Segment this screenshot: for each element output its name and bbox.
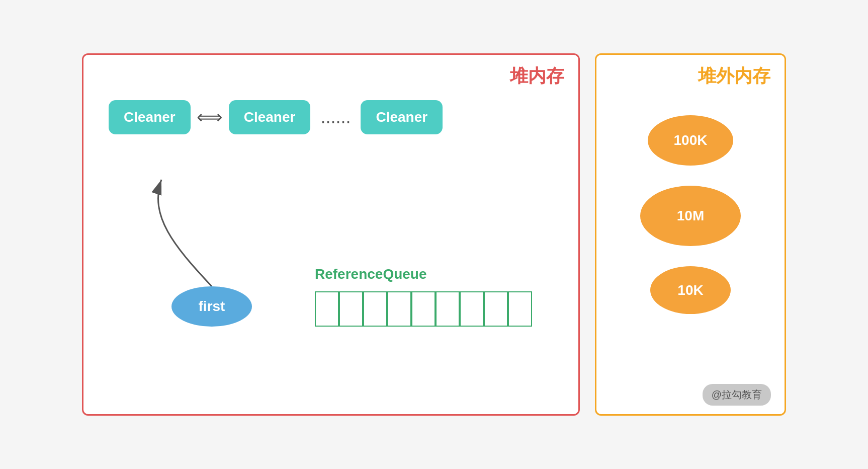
ref-cell-4 bbox=[387, 291, 411, 327]
watermark: @拉勾教育 bbox=[703, 384, 771, 406]
cleaner-row: Cleaner ⟺ Cleaner ...... Cleaner bbox=[109, 100, 568, 134]
ref-queue-label: ReferenceQueue bbox=[315, 266, 427, 282]
cleaner-box-2: Cleaner bbox=[229, 100, 311, 134]
offheap-ellipse-100k: 100K bbox=[648, 115, 733, 166]
offheap-ellipse-10m: 10M bbox=[640, 186, 741, 246]
dots: ...... bbox=[320, 107, 351, 128]
ref-cell-9 bbox=[508, 291, 532, 327]
double-arrow-1: ⟺ bbox=[197, 107, 223, 128]
offheap-ellipses: 100K 10M 10K bbox=[606, 115, 774, 314]
offheap-panel: 堆外内存 100K 10M 10K bbox=[595, 53, 786, 416]
ref-cell-2 bbox=[339, 291, 363, 327]
ref-cell-5 bbox=[411, 291, 436, 327]
heap-panel: 堆内存 Cleaner ⟺ Cleaner ...... Cleaner bbox=[82, 53, 580, 416]
ref-cell-7 bbox=[460, 291, 484, 327]
ref-queue-grid bbox=[315, 291, 532, 327]
cleaner-box-3: Cleaner bbox=[361, 100, 443, 134]
ref-cell-3 bbox=[363, 291, 387, 327]
ref-cell-1 bbox=[315, 291, 339, 327]
offheap-ellipse-10k: 10K bbox=[650, 266, 731, 314]
cleaner-box-1: Cleaner bbox=[109, 100, 191, 134]
first-ellipse: first bbox=[171, 286, 252, 327]
offheap-label: 堆外内存 bbox=[698, 64, 770, 89]
ref-cell-6 bbox=[436, 291, 460, 327]
main-container: 堆内存 Cleaner ⟺ Cleaner ...... Cleaner bbox=[82, 53, 786, 416]
ref-cell-8 bbox=[484, 291, 508, 327]
heap-label: 堆内存 bbox=[510, 64, 564, 89]
